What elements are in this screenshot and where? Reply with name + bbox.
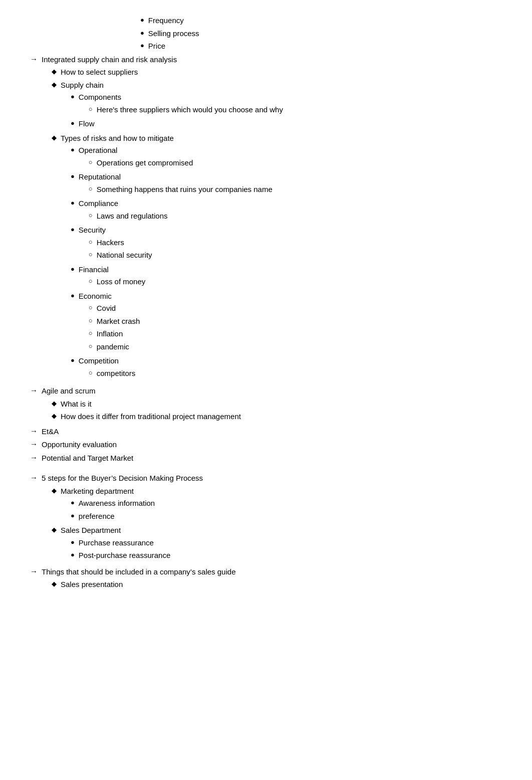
filled-circle-icon: ● (71, 551, 75, 558)
circle-list: ● Awareness information ● preference (61, 498, 502, 522)
item-text: Market crash (97, 316, 140, 327)
arrow-section-content: Potential and Target Market (42, 453, 502, 464)
arrow-section-0: → Integrated supply chain and risk analy… (30, 54, 502, 384)
item-text: Purchase reassurance (79, 537, 154, 549)
open-circle-list: ○ Covid ○ Market crash ○ (79, 303, 502, 352)
arrow-section-1: → Agile and scrum ◆ What is it ◆ How doe… (30, 385, 502, 424)
section-label: Things that should be included in a comp… (42, 567, 235, 576)
filled-circle-icon: ● (71, 226, 75, 233)
list-item: ● Flow (61, 118, 502, 130)
item-text: Supply chain (61, 81, 104, 89)
list-item: ○ Operations get compromised (79, 157, 502, 169)
arrow-icon: → (30, 567, 38, 575)
list-item: ● Competition ○ competitors (61, 355, 502, 380)
list-item: ● Price (130, 41, 502, 52)
list-item: ● Components ○ Here's three suppliers wh… (61, 92, 502, 117)
item-text: Inflation (97, 328, 123, 340)
list-item: ● preference (61, 511, 502, 522)
item-text: Selling process (148, 28, 199, 40)
open-circle-icon: ○ (89, 238, 93, 246)
item-text: Financial (79, 265, 109, 274)
item-text: Here's three suppliers which would you c… (97, 104, 283, 116)
open-circle-icon: ○ (89, 342, 93, 350)
diamond-list: ◆ Marketing department ● Awareness infor… (42, 486, 502, 563)
diamond-icon: ◆ (52, 526, 57, 533)
diamond-icon: ◆ (52, 400, 57, 407)
list-item: ● Awareness information (61, 498, 502, 509)
item-text: National security (97, 250, 152, 261)
list-item: ● Reputational ○ Something happens that … (61, 171, 502, 197)
arrow-icon: → (30, 427, 38, 435)
open-circle-icon: ○ (89, 158, 93, 166)
item-text: Laws and regulations (97, 211, 168, 222)
filled-circle-icon: ● (71, 119, 75, 127)
filled-circle-icon: ● (140, 29, 144, 37)
list-item: ● Economic ○ Covid (61, 291, 502, 354)
diamond-icon: ◆ (52, 580, 57, 588)
list-item: ● Frequency (130, 15, 502, 27)
open-circle-list: ○ Loss of money (79, 276, 502, 288)
list-item: ● Selling process (130, 28, 502, 40)
circle-content: Security ○ Hackers ○ National (79, 225, 502, 263)
item-text: Loss of money (97, 276, 146, 288)
arrow-section-content: Integrated supply chain and risk analysi… (42, 54, 502, 384)
diamond-list: ◆ How to select suppliers ◆ Supply chain… (42, 67, 502, 382)
open-circle-list: ○ competitors (79, 368, 502, 379)
arrow-icon: → (30, 453, 38, 462)
arrow-section-content: Et&A (42, 426, 502, 438)
list-item: ● Financial ○ Loss of money (61, 264, 502, 289)
item-text: Components (79, 93, 121, 101)
circle-content: Financial ○ Loss of money (79, 264, 502, 289)
section-label: Agile and scrum (42, 386, 96, 395)
list-item: ○ National security (79, 250, 502, 261)
arrow-section-content: Things that should be included in a comp… (42, 566, 502, 592)
open-circle-icon: ○ (89, 317, 93, 324)
list-item: ○ pandemic (79, 341, 502, 353)
arrow-icon: → (30, 386, 38, 395)
list-item: ○ Hackers (79, 237, 502, 249)
diamond-content: Marketing department ● Awareness informa… (61, 486, 502, 524)
arrow-icon: → (30, 55, 38, 63)
arrow-section-content: Opportunity evaluation (42, 439, 502, 451)
diamond-content: Supply chain ● Components ○ (61, 80, 502, 131)
filled-circle-icon: ● (71, 172, 75, 180)
section-label: Opportunity evaluation (42, 440, 117, 449)
list-item: ◆ Marketing department ● Awareness infor… (42, 486, 502, 524)
filled-circle-icon: ● (71, 356, 75, 364)
list-item: ○ Inflation (79, 328, 502, 340)
item-text: Post-purchase reassurance (79, 550, 170, 561)
circle-content: Compliance ○ Laws and regulations (79, 198, 502, 223)
item-text: Compliance (79, 199, 118, 208)
filled-circle-icon: ● (71, 292, 75, 299)
arrow-section-content: 5 steps for the Buyer’s Decision Making … (42, 473, 502, 564)
section-label: 5 steps for the Buyer’s Decision Making … (42, 474, 203, 482)
item-text: How does it differ from traditional proj… (61, 411, 241, 423)
arrow-section-content: Agile and scrum ◆ What is it ◆ How does … (42, 385, 502, 424)
filled-circle-icon: ● (71, 538, 75, 546)
item-text: Economic (79, 292, 112, 300)
filled-circle-icon: ● (140, 42, 144, 49)
item-text: Awareness information (79, 498, 155, 509)
filled-circle-icon: ● (71, 199, 75, 207)
list-item: ○ Market crash (79, 316, 502, 327)
section-label: Et&A (42, 427, 59, 436)
arrow-section-6: → Things that should be included in a co… (30, 566, 502, 592)
open-circle-list: ○ Something happens that ruins your comp… (79, 184, 502, 196)
open-circle-icon: ○ (89, 212, 93, 219)
item-text: Frequency (148, 15, 184, 27)
item-text: Something happens that ruins your compan… (97, 184, 273, 196)
item-text: Security (79, 226, 106, 234)
circle-content: Reputational ○ Something happens that ru… (79, 171, 502, 197)
diamond-icon: ◆ (52, 134, 57, 141)
item-text: Competition (79, 356, 119, 365)
circle-list: ● Purchase reassurance ● Post-purchase r… (61, 537, 502, 561)
list-item: ◆ Sales presentation (42, 579, 502, 591)
diamond-icon: ◆ (52, 412, 57, 420)
diamond-icon: ◆ (52, 68, 57, 75)
circle-content: Operational ○ Operations get compromised (79, 145, 502, 170)
list-item: ◆ Types of risks and how to mitigate ● O… (42, 133, 502, 382)
arrow-icon: → (30, 440, 38, 448)
item-text: Sales presentation (61, 579, 123, 591)
open-circle-list: ○ Laws and regulations (79, 211, 502, 222)
list-item: ○ Covid (79, 303, 502, 314)
